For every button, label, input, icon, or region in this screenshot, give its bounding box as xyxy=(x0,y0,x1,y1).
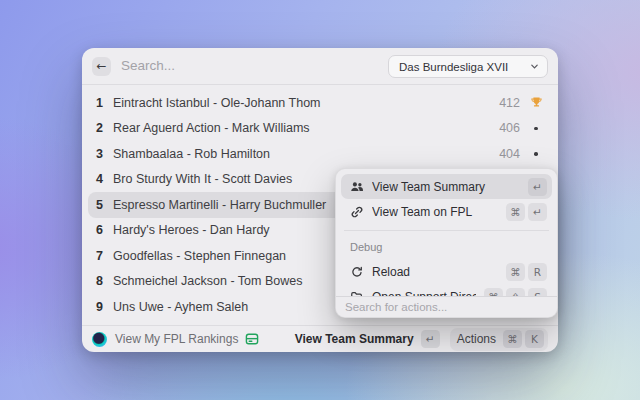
status-bar: View My FPL Rankings View Team Summary ↵… xyxy=(82,325,558,352)
search-input[interactable]: Search... xyxy=(121,48,175,84)
rank-unchanged-dot-icon xyxy=(528,120,544,136)
points-value: 406 xyxy=(499,121,520,135)
shortcut-keys: ⌘R xyxy=(506,263,547,281)
key-badge: ↵ xyxy=(528,178,547,196)
row-rank: 5 xyxy=(92,198,103,212)
action-search-placeholder: Search for actions... xyxy=(345,301,447,313)
action-panel-rows: View Team Summary↵View Team on FPL⌘↵Debu… xyxy=(336,169,557,298)
team-name: Shambaalaa - Rob Hamilton xyxy=(113,147,499,161)
menu-item-label: View Team on FPL xyxy=(372,205,498,219)
back-button[interactable]: ← xyxy=(92,57,111,76)
shortcut-keys: ↵ xyxy=(528,178,547,196)
menu-item-label: View Team Summary xyxy=(372,180,520,194)
points-value: 404 xyxy=(499,147,520,161)
reload-icon xyxy=(349,264,364,279)
link-icon xyxy=(349,204,364,219)
points-value: 412 xyxy=(499,96,520,110)
table-row[interactable]: 3Shambaalaa - Rob Hamilton404 xyxy=(88,141,552,167)
return-key-badge: ↵ xyxy=(421,330,440,348)
actions-menu-button[interactable]: Actions ⌘K xyxy=(450,328,548,351)
key-badge: ⌘ xyxy=(506,203,525,221)
app-window: ← Search... Das Burndesliga XVII 1Eintra… xyxy=(82,48,558,352)
key-badge: ⌘ xyxy=(506,263,525,281)
key-badge: R xyxy=(528,263,547,281)
menu-item-label: Reload xyxy=(372,265,498,279)
table-row[interactable]: 2Rear Aguerd Action - Mark Williams406 xyxy=(88,116,552,142)
table-row[interactable]: 1Eintracht Istanbul - Ole-Johann Thom412 xyxy=(88,90,552,116)
menu-item[interactable]: Reload⌘R xyxy=(341,259,552,284)
row-rank: 4 xyxy=(92,172,103,186)
key-badge: K xyxy=(525,330,544,348)
action-panel: View Team Summary↵View Team on FPL⌘↵Debu… xyxy=(335,168,558,318)
rank-unchanged-dot-icon xyxy=(528,146,544,162)
fpl-logo-icon[interactable] xyxy=(92,332,107,347)
row-rank: 6 xyxy=(92,223,103,237)
menu-section-label: Debug xyxy=(341,231,552,259)
league-dropdown-value: Das Burndesliga XVII xyxy=(399,61,530,73)
chevron-down-icon xyxy=(530,62,539,71)
trophy-icon xyxy=(528,95,544,111)
league-dropdown[interactable]: Das Burndesliga XVII xyxy=(388,55,548,78)
key-badge: ↵ xyxy=(528,203,547,221)
row-rank: 8 xyxy=(92,274,103,288)
row-rank: 9 xyxy=(92,300,103,314)
menu-item[interactable]: View Team on FPL⌘↵ xyxy=(341,199,552,224)
actions-label: Actions xyxy=(454,332,499,346)
actions-key-badges: ⌘K xyxy=(503,330,544,348)
primary-action-button[interactable]: View Team Summary xyxy=(295,332,414,346)
key-badge: ⌘ xyxy=(503,330,522,348)
search-header: ← Search... Das Burndesliga XVII xyxy=(82,48,558,85)
people-icon xyxy=(349,179,364,194)
team-name: Eintracht Istanbul - Ole-Johann Thom xyxy=(113,96,499,110)
shortcut-keys: ⌘↵ xyxy=(506,203,547,221)
list-mode-icon xyxy=(245,332,259,346)
row-rank: 2 xyxy=(92,121,103,135)
team-name: Rear Aguerd Action - Mark Williams xyxy=(113,121,499,135)
menu-item[interactable]: View Team Summary↵ xyxy=(341,174,552,199)
row-rank: 1 xyxy=(92,96,103,110)
row-rank: 3 xyxy=(92,147,103,161)
row-rank: 7 xyxy=(92,249,103,263)
action-search[interactable]: Search for actions... xyxy=(336,296,557,317)
command-title: View My FPL Rankings xyxy=(115,332,238,346)
